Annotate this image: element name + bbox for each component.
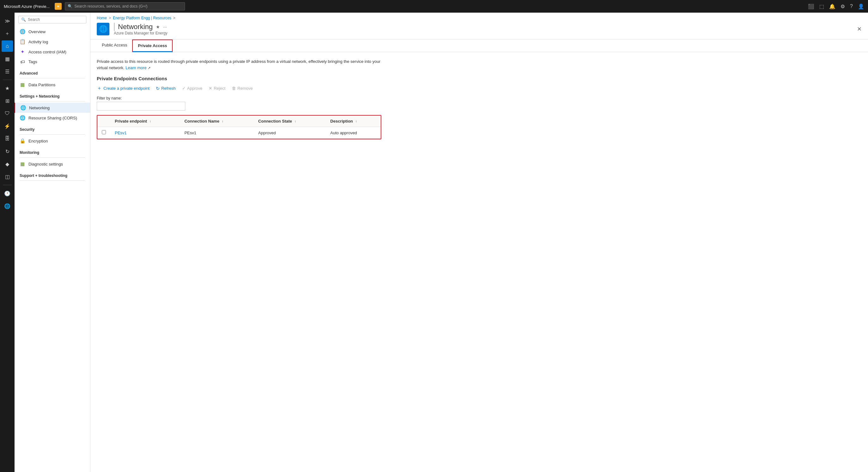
col-header-description: Description ↑ [326, 115, 381, 127]
sidebar-item-iam[interactable]: ✦ Access control (IAM) [14, 47, 90, 57]
cloud-shell-icon[interactable]: ⬛ [808, 3, 814, 9]
filter-label: Filter by name: [97, 96, 862, 100]
filter-input[interactable] [97, 102, 185, 110]
tabs-bar: Public Access Private Access [90, 39, 868, 52]
cors-icon: 🌐 [20, 115, 25, 121]
brand-name: Microsoft Azure (Previe... [4, 4, 50, 9]
refresh-icon: ↻ [156, 86, 160, 91]
sidebar-item-networking[interactable]: 🌐 Networking [14, 103, 90, 113]
table-container: Private endpoint ↑ Connection Name ↑ Con… [97, 115, 381, 139]
sidebar-item-data-partitions[interactable]: ▦ Data Partitions [14, 79, 90, 90]
approve-icon: ✓ [182, 86, 186, 91]
row-checkbox[interactable] [102, 130, 106, 134]
rail-home-icon[interactable]: ⌂ [2, 40, 13, 52]
tab-private-access[interactable]: Private Access [132, 39, 173, 52]
sidebar-label-activity-log: Activity log [28, 39, 48, 44]
sidebar-item-activity-log[interactable]: 📋 Activity log [14, 37, 90, 47]
settings-icon[interactable]: ⚙ [840, 3, 845, 9]
row-check-cell [97, 127, 111, 139]
sidebar-label-networking: Networking [29, 105, 50, 110]
section-label-monitoring: Monitoring [14, 146, 90, 156]
endpoint-link[interactable]: PEsv1 [115, 131, 127, 135]
col-header-connection-state: Connection State ↑ [254, 115, 326, 127]
sort-arrow-name[interactable]: ↑ [222, 120, 223, 123]
rail-globe-icon[interactable]: 🌐 [2, 200, 13, 212]
sort-arrow-description[interactable]: ↑ [355, 120, 357, 123]
rail-refresh-icon[interactable]: ↻ [2, 146, 13, 157]
reject-icon: ✕ [209, 86, 212, 91]
rail-menu-icon[interactable]: ☰ [2, 66, 13, 77]
refresh-button[interactable]: ↻ Refresh [156, 86, 176, 91]
sidebar-label-iam: Access control (IAM) [28, 49, 66, 54]
rail-lightning-icon[interactable]: ⚡ [2, 121, 13, 132]
notifications-icon[interactable]: 🔔 [829, 3, 835, 9]
close-button[interactable]: ✕ [857, 26, 862, 33]
help-icon[interactable]: ? [850, 3, 853, 9]
divider-security [20, 134, 85, 135]
sidebar-label-cors: Resource Sharing (CORS) [28, 115, 77, 121]
create-icon: ＋ [97, 85, 102, 92]
search-icon: 🔍 [68, 4, 72, 8]
divider-monitoring [20, 157, 85, 158]
sort-arrow-endpoint[interactable]: ↑ [149, 120, 151, 123]
rail-divider [3, 79, 12, 80]
rail-database-icon[interactable]: 🗄 [2, 133, 13, 144]
sidebar-label-encryption: Encryption [28, 139, 48, 143]
sidebar-search-box[interactable]: 🔍 [18, 16, 86, 23]
rail-layers-icon[interactable]: ◫ [2, 171, 13, 182]
breadcrumb-section[interactable]: Energy Platform Engg | Resources [113, 16, 172, 20]
diagnostic-icon: ▦ [20, 161, 25, 167]
rail-dashboard-icon[interactable]: ▦ [2, 53, 13, 64]
learn-more-link[interactable]: Learn more [126, 65, 146, 70]
divider-settings [20, 101, 85, 101]
page-title-row: Networking ★ ··· [114, 23, 852, 31]
filter-row: Filter by name: [97, 96, 862, 110]
breadcrumb-sep2: > [173, 16, 176, 20]
sidebar-item-encryption[interactable]: 🔒 Encryption [14, 136, 90, 146]
global-search-placeholder: Search resources, services, and docs (G+… [74, 4, 147, 8]
create-endpoint-button[interactable]: ＋ Create a private endpoint [97, 85, 150, 92]
col-header-connection-name: Connection Name ↑ [180, 115, 254, 127]
breadcrumb-home[interactable]: Home [97, 16, 107, 20]
remove-button[interactable]: 🗑 Remove [232, 86, 253, 91]
rail-expand-icon[interactable]: ≫ [2, 15, 13, 27]
brand-icon: ☀ [55, 3, 62, 10]
approve-button[interactable]: ✓ Approve [182, 86, 203, 91]
sidebar-item-overview[interactable]: 🌐 Overview [14, 27, 90, 37]
cell-connection-state: Approved [254, 127, 326, 139]
sidebar-item-cors[interactable]: 🌐 Resource Sharing (CORS) [14, 113, 90, 123]
feedback-icon[interactable]: ⬚ [819, 3, 824, 9]
section-title: Private Endpoints Connections [97, 76, 862, 81]
sidebar-search-input[interactable] [28, 18, 84, 22]
page-icon: 🌐 [97, 23, 110, 35]
table-row: PEsv1 PEsv1 Approved Auto approved [97, 127, 381, 139]
favorite-star-icon[interactable]: ★ [156, 24, 160, 29]
sort-arrow-state[interactable]: ↑ [294, 120, 296, 123]
tab-public-access[interactable]: Public Access [97, 39, 132, 52]
cell-private-endpoint: PEsv1 [111, 127, 180, 139]
rail-diamond-icon[interactable]: ◆ [2, 158, 13, 170]
col-header-check [97, 115, 111, 127]
rail-clock-icon[interactable]: 🕐 [2, 188, 13, 199]
sidebar-label-tags: Tags [28, 59, 37, 64]
reject-button[interactable]: ✕ Reject [209, 86, 225, 91]
rail-shield-icon[interactable]: 🛡 [2, 108, 13, 119]
rail-divider-2 [3, 185, 12, 185]
sidebar-item-tags[interactable]: 🏷 Tags [14, 57, 90, 67]
activity-log-icon: 📋 [20, 39, 25, 44]
tags-icon: 🏷 [20, 59, 25, 64]
sidebar-label-diagnostic: Diagnostic settings [28, 162, 63, 167]
toolbar: ＋ Create a private endpoint ↻ Refresh ✓ … [97, 85, 862, 92]
topbar-actions: ⬛ ⬚ 🔔 ⚙ ? 👤 [808, 3, 864, 9]
more-options-icon[interactable]: ··· [163, 24, 167, 29]
account-icon[interactable]: 👤 [858, 3, 864, 9]
cell-connection-name: PEsv1 [180, 127, 254, 139]
rail-favorites-icon[interactable]: ★ [2, 82, 13, 94]
rail-create-icon[interactable]: ＋ [2, 28, 13, 39]
rail-grid-icon[interactable]: ⊞ [2, 95, 13, 106]
content-area: Home > Energy Platform Engg | Resources … [90, 13, 868, 472]
global-search[interactable]: 🔍 Search resources, services, and docs (… [65, 2, 185, 10]
sidebar-label-data-partitions: Data Partitions [28, 82, 55, 87]
divider-advanced [20, 78, 85, 78]
sidebar-item-diagnostic[interactable]: ▦ Diagnostic settings [14, 159, 90, 169]
